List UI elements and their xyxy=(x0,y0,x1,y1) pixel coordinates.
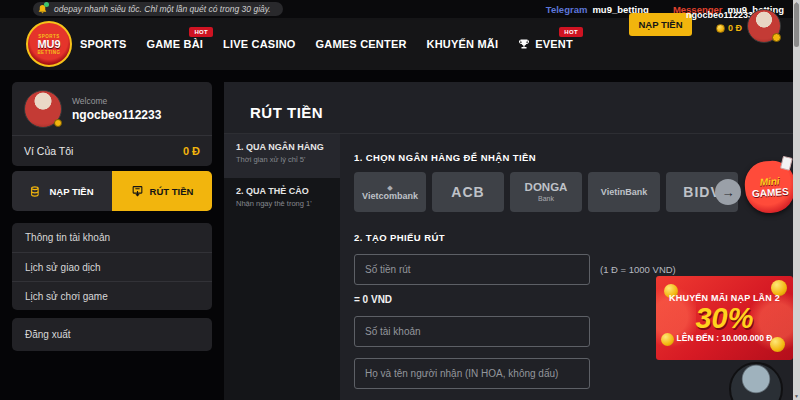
nav-label: LIVE CASINO xyxy=(223,38,296,50)
sidebar-item-account-info[interactable]: Thông tin tài khoản xyxy=(12,223,212,252)
wallet-label: Ví Của Tôi xyxy=(24,145,73,157)
hot-badge: HOT xyxy=(559,27,583,37)
promo-percent: 30% xyxy=(695,303,753,333)
nav-games-center[interactable]: GAMES CENTER xyxy=(316,38,407,50)
header-user-info[interactable]: ngocbeo112233 0 Đ xyxy=(686,10,742,33)
sidebar-user-card: Welcome ngocbeo112233 Ví Của Tôi 0 Đ xyxy=(12,82,212,166)
logo-bottom-text: BETTING xyxy=(37,50,60,55)
welcome-label: Welcome xyxy=(72,96,161,106)
tab-subtitle: Nhận ngay thẻ trong 1' xyxy=(236,199,328,208)
coins-icon xyxy=(30,185,43,198)
sidebar-deposit-button[interactable]: NẠP TIỀN xyxy=(12,171,112,211)
coin-decoration xyxy=(661,333,674,346)
bank-carousel: ◆ Vietcombank ACB DONGA Bank VietinBank … xyxy=(354,172,746,212)
tab-bank-transfer[interactable]: 1. QUA NGÂN HÀNG Thời gian xử lý chỉ 5' xyxy=(224,134,340,178)
header-balance: 0 Đ xyxy=(686,23,742,33)
scrollbar[interactable]: ▲ ▼ xyxy=(793,0,800,400)
withdraw-content: 1. CHỌN NGÂN HÀNG ĐỂ NHẬN TIỀN ◆ Vietcom… xyxy=(354,134,793,400)
nav-label: GAMES CENTER xyxy=(316,38,407,50)
bank-acb[interactable]: ACB xyxy=(432,172,504,212)
promo-banner[interactable]: KHUYẾN MÃI NẠP LẦN 2 30% LÊN ĐẾN : 10.00… xyxy=(656,276,793,360)
tab-label: 2. QUA THẺ CÀO xyxy=(236,186,328,196)
nav-label: SPORTS xyxy=(80,38,126,50)
bank-name: Vietcombank xyxy=(362,192,418,201)
amount-input[interactable] xyxy=(354,254,590,285)
sidebar-user-text: Welcome ngocbeo112233 xyxy=(72,96,161,122)
bank-section-title: 1. CHỌN NGÂN HÀNG ĐỂ NHẬN TIỀN xyxy=(354,152,793,163)
main-nav: SPORTS GAME BÀI HOT LIVE CASINO GAMES CE… xyxy=(80,18,573,70)
scrollbar-thumb[interactable] xyxy=(794,3,799,47)
tab-scratch-card[interactable]: 2. QUA THẺ CÀO Nhận ngay thẻ trong 1' xyxy=(224,178,340,222)
page: odepay nhanh siêu tốc. Chỉ một lần quét … xyxy=(0,0,800,400)
wallet-row: Ví Của Tôi 0 Đ xyxy=(12,135,212,166)
sidebar-menu: Thông tin tài khoản Lịch sử giao dịch Lị… xyxy=(12,223,212,310)
coin-icon xyxy=(716,24,725,33)
avatar-badge xyxy=(772,33,781,42)
sidebar-withdraw-label: RÚT TIỀN xyxy=(150,186,194,197)
trophy-icon xyxy=(518,38,530,50)
tab-label: 1. QUA NGÂN HÀNG xyxy=(236,142,328,152)
nav-label: KHUYẾN MÃI xyxy=(427,38,499,50)
nav-game-bai[interactable]: GAME BÀI HOT xyxy=(146,38,203,50)
sidebar: Welcome ngocbeo112233 Ví Của Tôi 0 Đ NẠP… xyxy=(12,82,212,351)
avatar-badge xyxy=(54,119,62,127)
header-deposit-button[interactable]: NẠP TIỀN xyxy=(629,13,692,36)
bank-vietcombank[interactable]: ◆ Vietcombank xyxy=(354,172,426,212)
hot-badge: HOT xyxy=(189,27,213,37)
bell-icon xyxy=(37,4,48,15)
notification-pill: odepay nhanh siêu tốc. Chỉ một lần quét … xyxy=(33,2,283,16)
sidebar-username: ngocbeo112233 xyxy=(72,108,161,122)
mu9-logo[interactable]: SPORTS MU9 BETTING xyxy=(26,21,72,67)
header-username: ngocbeo112233 xyxy=(686,10,742,20)
nav-label: EVENT xyxy=(535,38,573,50)
logo-center-text: MU9 xyxy=(37,39,60,50)
bank-vietinbank[interactable]: VietinBank xyxy=(588,172,660,212)
bank-donga[interactable]: DONGA Bank xyxy=(510,172,582,212)
bank-name: VietinBank xyxy=(601,188,647,197)
minigames-line2: GAMES xyxy=(752,185,789,199)
nav-event[interactable]: EVENT HOT xyxy=(518,38,573,50)
sidebar-action-buttons: NẠP TIỀN RÚT TIỀN xyxy=(12,171,212,211)
sidebar-deposit-label: NẠP TIỀN xyxy=(49,186,93,197)
page-title: RÚT TIỀN xyxy=(224,82,793,121)
scrollbar-down-arrow[interactable]: ▼ xyxy=(793,393,800,399)
online-dot xyxy=(44,2,49,7)
wallet-balance: 0 Đ xyxy=(183,145,200,157)
carousel-next-button[interactable]: → xyxy=(715,179,741,205)
nav-label: GAME BÀI xyxy=(146,38,203,50)
promo-subtitle: LÊN ĐẾN : 10.000.000 Đ xyxy=(677,333,773,343)
sidebar-item-transaction-history[interactable]: Lịch sử giao dịch xyxy=(12,252,212,281)
atm-icon xyxy=(131,185,144,198)
form-section-title: 2. TẠO PHIẾU RÚT xyxy=(354,232,793,243)
bank-name: ACB xyxy=(451,185,484,199)
nav-live-casino[interactable]: LIVE CASINO xyxy=(223,38,296,50)
header-avatar[interactable] xyxy=(747,9,781,43)
bank-name: DONGA xyxy=(525,182,568,194)
sidebar-logout[interactable]: Đăng xuất xyxy=(12,318,212,351)
nav-khuyen-mai[interactable]: KHUYẾN MÃI xyxy=(427,38,499,50)
bank-subname: Bank xyxy=(538,195,554,202)
rate-note: (1 Đ = 1000 VND) xyxy=(600,264,676,275)
bank-logo-icon: ◆ xyxy=(387,184,392,191)
account-number-input[interactable] xyxy=(354,316,590,347)
nav-sports[interactable]: SPORTS xyxy=(80,38,126,50)
telegram-label[interactable]: Telegram xyxy=(546,4,588,15)
balance-value: 0 Đ xyxy=(728,23,742,33)
sidebar-avatar xyxy=(24,90,62,128)
notification-text: odepay nhanh siêu tốc. Chỉ một lần quét … xyxy=(54,4,271,14)
receiver-name-input[interactable] xyxy=(354,358,590,389)
sidebar-user-row: Welcome ngocbeo112233 xyxy=(12,82,212,136)
sidebar-item-game-history[interactable]: Lịch sử chơi game xyxy=(12,281,212,310)
withdraw-method-tabs: 1. QUA NGÂN HÀNG Thời gian xử lý chỉ 5' … xyxy=(224,134,340,400)
tab-subtitle: Thời gian xử lý chỉ 5' xyxy=(236,155,328,164)
sidebar-withdraw-button[interactable]: RÚT TIỀN xyxy=(112,171,212,211)
